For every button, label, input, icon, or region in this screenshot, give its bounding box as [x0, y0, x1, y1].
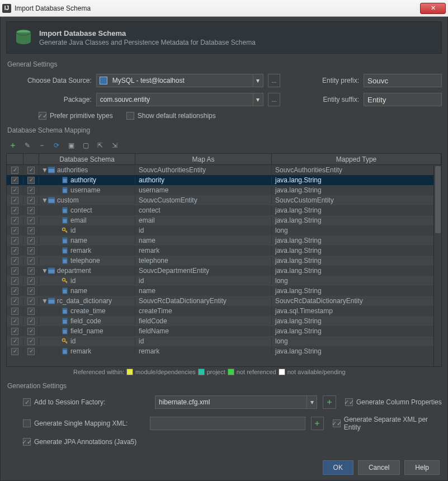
- table-row[interactable]: remarkremarkjava.lang.String: [7, 346, 441, 356]
- row-checkbox2[interactable]: [27, 318, 35, 325]
- collapse-icon[interactable]: ⇲: [110, 141, 119, 150]
- table-row[interactable]: emailemailjava.lang.String: [7, 215, 441, 225]
- close-button[interactable]: ✕: [420, 3, 446, 14]
- add-session-checkbox[interactable]: ✓: [23, 398, 31, 406]
- expander-icon[interactable]: ▼: [41, 196, 48, 204]
- row-checkbox[interactable]: [11, 308, 18, 315]
- table-row[interactable]: contectcontectjava.lang.String: [7, 205, 441, 215]
- header-schema[interactable]: Database Schema: [39, 154, 135, 164]
- table-row[interactable]: ▼departmentSouvcDepartmentEntityjava.lan…: [7, 266, 441, 276]
- generate-separate-xml-checkbox[interactable]: ✓Generate Separate XML per Entity: [333, 416, 442, 431]
- row-checkbox[interactable]: [11, 227, 18, 234]
- row-checkbox[interactable]: [11, 338, 18, 345]
- row-checkbox[interactable]: [11, 197, 18, 204]
- row-checkbox2[interactable]: [27, 207, 35, 214]
- data-source-combo[interactable]: MySQL - test@localhost ▾: [96, 74, 263, 87]
- row-checkbox[interactable]: [11, 277, 18, 285]
- package-combo[interactable]: com.souvc.entity ▾: [96, 93, 263, 106]
- header-type[interactable]: Mapped Type: [272, 154, 441, 164]
- row-checkbox2[interactable]: [27, 227, 35, 234]
- row-checkbox2[interactable]: [27, 298, 35, 305]
- table-row[interactable]: authorityauthorityjava.lang.String: [7, 175, 441, 185]
- add-icon[interactable]: ＋: [8, 141, 17, 150]
- header-mapas[interactable]: Map As: [135, 154, 272, 164]
- generate-column-properties-checkbox[interactable]: ✓Generate Column Properties: [345, 398, 442, 406]
- add-xml-button[interactable]: ＋: [311, 417, 324, 430]
- edit-icon[interactable]: ✎: [23, 141, 32, 150]
- row-checkbox[interactable]: [11, 167, 18, 174]
- row-checkbox[interactable]: [11, 318, 18, 325]
- chevron-down-icon[interactable]: ▾: [253, 93, 263, 106]
- entity-suffix-input[interactable]: [364, 93, 442, 106]
- expander-icon[interactable]: ▼: [41, 166, 48, 174]
- remove-icon[interactable]: −: [37, 141, 46, 150]
- row-checkbox2[interactable]: [27, 177, 35, 184]
- chevron-down-icon[interactable]: ▾: [306, 396, 317, 408]
- row-checkbox2[interactable]: [27, 267, 35, 275]
- row-checkbox2[interactable]: [27, 237, 35, 244]
- table-row[interactable]: ididlong: [7, 276, 441, 286]
- row-checkbox[interactable]: [11, 298, 18, 305]
- table-row[interactable]: ididlong: [7, 225, 441, 235]
- table-row[interactable]: ididlong: [7, 336, 441, 346]
- generate-single-xml-checkbox[interactable]: [23, 419, 31, 427]
- row-checkbox2[interactable]: [27, 328, 35, 335]
- table-row[interactable]: ▼customSouvcCustomEntitySouvcCustomEntit…: [7, 195, 441, 205]
- row-checkbox[interactable]: [11, 217, 18, 224]
- row-checkbox2[interactable]: [27, 308, 35, 315]
- row-checkbox[interactable]: [11, 247, 18, 254]
- table-row[interactable]: create_timecreateTimejava.sql.Timestamp: [7, 306, 441, 316]
- row-checkbox[interactable]: [11, 207, 18, 214]
- data-source-more-button[interactable]: ...: [268, 74, 281, 87]
- row-checkbox2[interactable]: [27, 167, 35, 174]
- table-row[interactable]: field_codefieldCodejava.lang.String: [7, 316, 441, 326]
- row-checkbox[interactable]: [11, 287, 18, 295]
- cancel-button[interactable]: Cancel: [358, 460, 400, 475]
- select-none-icon[interactable]: ▢: [81, 141, 90, 150]
- row-checkbox2[interactable]: [27, 247, 35, 254]
- expand-icon[interactable]: ⇱: [96, 141, 105, 150]
- table-row[interactable]: ▼authoritiesSouvcAuthoritiesEntitySouvcA…: [7, 165, 441, 175]
- row-checkbox[interactable]: [11, 177, 18, 184]
- add-session-button[interactable]: ＋: [323, 395, 336, 409]
- row-checkbox2[interactable]: [27, 197, 35, 204]
- row-checkbox[interactable]: [11, 237, 18, 244]
- table-row[interactable]: field_namefieldNamejava.lang.String: [7, 326, 441, 336]
- svg-rect-18: [63, 248, 67, 249]
- mapped-type-value: SouvcAuthoritiesEntity: [272, 166, 441, 174]
- table-row[interactable]: usernameusernamejava.lang.String: [7, 185, 441, 195]
- row-checkbox[interactable]: [11, 187, 18, 194]
- table-row[interactable]: namenamejava.lang.String: [7, 286, 441, 296]
- row-checkbox2[interactable]: [27, 257, 35, 265]
- row-checkbox2[interactable]: [27, 187, 35, 194]
- chevron-down-icon[interactable]: ▾: [253, 74, 263, 87]
- scrollbar[interactable]: [433, 165, 441, 366]
- row-checkbox2[interactable]: [27, 338, 35, 345]
- table-row[interactable]: ▼rc_data_dictionarySouvcRcDataDictionary…: [7, 296, 441, 306]
- prefer-primitive-checkbox[interactable]: ✓Prefer primitive types: [39, 112, 113, 120]
- table-row[interactable]: namenamejava.lang.String: [7, 235, 441, 246]
- row-checkbox2[interactable]: [27, 217, 35, 224]
- row-checkbox[interactable]: [11, 348, 18, 355]
- row-checkbox[interactable]: [11, 328, 18, 335]
- row-checkbox[interactable]: [11, 267, 18, 275]
- table-row[interactable]: remarkremarkjava.lang.String: [7, 246, 441, 256]
- row-checkbox[interactable]: [11, 257, 18, 265]
- generate-jpa-checkbox[interactable]: ✓Generate JPA Annotations (Java5): [23, 438, 136, 446]
- ok-button[interactable]: OK: [323, 460, 353, 475]
- svg-rect-5: [63, 177, 67, 179]
- session-factory-combo[interactable]: hibernate.cfg.xml▾: [155, 395, 317, 409]
- entity-prefix-input[interactable]: [364, 74, 442, 87]
- refresh-icon[interactable]: ⟳: [52, 141, 61, 150]
- help-button[interactable]: Help: [404, 460, 440, 475]
- row-checkbox2[interactable]: [27, 277, 35, 285]
- package-more-button[interactable]: ...: [268, 93, 281, 106]
- single-xml-input[interactable]: [150, 417, 305, 430]
- expander-icon[interactable]: ▼: [41, 267, 48, 275]
- show-default-relationships-checkbox[interactable]: Show default relationships: [126, 112, 216, 120]
- row-checkbox2[interactable]: [27, 348, 35, 355]
- row-checkbox2[interactable]: [27, 287, 35, 295]
- expander-icon[interactable]: ▼: [41, 297, 48, 305]
- select-all-icon[interactable]: ▣: [67, 141, 76, 150]
- table-row[interactable]: telephonetelephonejava.lang.String: [7, 256, 441, 266]
